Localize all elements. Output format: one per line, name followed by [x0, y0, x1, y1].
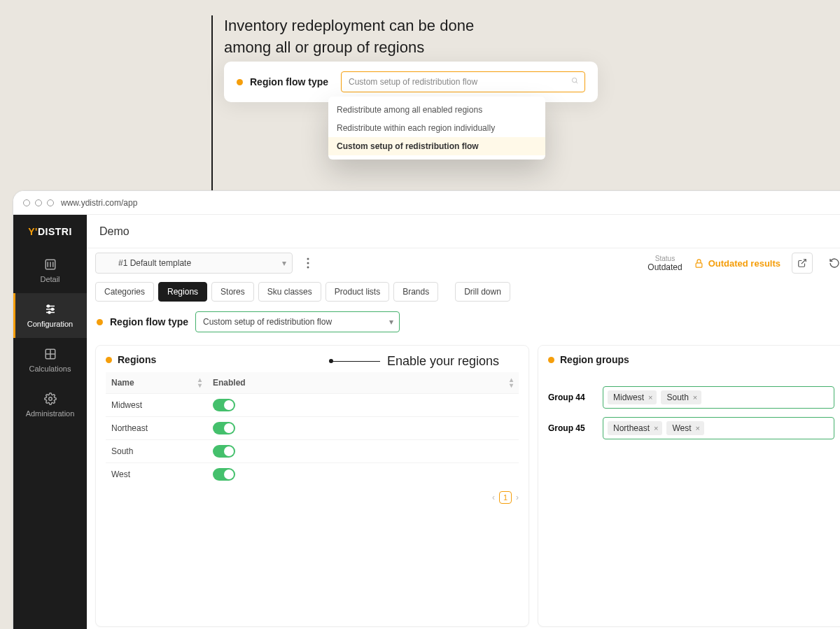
groups-title: Region groups — [560, 354, 629, 365]
sidebar-item-configuration[interactable]: Configuration — [13, 293, 87, 338]
svg-point-12 — [48, 397, 52, 401]
page-current[interactable]: 1 — [499, 491, 512, 504]
dropdown-option-selected[interactable]: Custom setup of redistribution flow — [328, 137, 545, 155]
browser-chrome: www.ydistri.com/app — [13, 191, 840, 215]
group-tag-input[interactable]: Midwest× South× — [603, 386, 834, 409]
tag-remove-icon[interactable]: × — [694, 424, 701, 432]
tag-remove-icon[interactable]: × — [647, 393, 654, 402]
page-prev[interactable]: ‹ — [492, 493, 495, 502]
enable-toggle[interactable] — [213, 445, 235, 458]
group-row: Group 45 Northeast× West× — [548, 417, 834, 439]
regions-table: Name▴▾ Enabled▴▾ Midwest Northeast — [106, 372, 519, 486]
col-enabled[interactable]: Enabled▴▾ — [207, 372, 519, 394]
callout-marker-icon — [331, 361, 380, 362]
tag-remove-icon[interactable]: × — [692, 393, 699, 402]
template-menu-button[interactable] — [300, 253, 316, 274]
brand-logo: Y'DISTRI — [13, 215, 87, 248]
col-name[interactable]: Name▴▾ — [106, 372, 207, 394]
window-controls[interactable] — [23, 199, 54, 206]
flow-select[interactable]: Custom setup of redistribution flow ▾ — [195, 311, 400, 332]
brand-rest: DISTRI — [38, 226, 72, 237]
tab-stores[interactable]: Stores — [211, 282, 254, 302]
status-dot-icon — [106, 357, 112, 363]
status-dot-icon — [548, 357, 554, 363]
group-row: Group 44 Midwest× South× — [548, 386, 834, 409]
status-dot-icon — [97, 319, 103, 325]
outdated-pill: Outdated results — [694, 258, 780, 269]
enable-regions-callout: Enable your regions — [331, 354, 499, 369]
svg-point-7 — [51, 309, 53, 311]
dropdown-option[interactable]: Redistribute within each region individu… — [328, 119, 545, 137]
table-row: Northeast — [106, 417, 519, 440]
svg-point-14 — [307, 262, 309, 264]
region-tag: Midwest× — [608, 390, 657, 404]
svg-line-17 — [802, 260, 806, 264]
status-block: Status Outdated — [648, 255, 682, 272]
region-flow-select[interactable]: Custom setup of redistribution flow — [341, 71, 585, 92]
flow-label: Region flow type — [110, 316, 188, 327]
svg-point-6 — [47, 305, 49, 307]
enable-toggle[interactable] — [213, 399, 235, 411]
detail-icon — [44, 258, 57, 271]
refresh-icon — [829, 257, 840, 269]
region-flow-dropdown: Redistribute among all enabled regions R… — [328, 97, 545, 160]
page-next[interactable]: › — [516, 493, 519, 502]
sliders-icon — [44, 303, 57, 316]
sort-icon: ▴▾ — [198, 377, 202, 388]
refresh-button[interactable] — [824, 253, 840, 274]
svg-point-13 — [307, 258, 309, 260]
sidebar-item-administration[interactable]: Administration — [13, 383, 87, 427]
enable-toggle[interactable] — [213, 468, 235, 481]
sidebar-label: Detail — [40, 275, 59, 283]
status-label: Status — [648, 255, 682, 262]
svg-point-0 — [572, 78, 576, 82]
gear-icon — [44, 393, 57, 405]
svg-point-15 — [307, 267, 309, 269]
region-groups-panel: Region groups Group 44 Midwest× South× G… — [538, 345, 840, 627]
region-name: West — [106, 463, 207, 486]
region-flow-placeholder: Custom setup of redistribution flow — [349, 77, 477, 87]
app-sidebar: Y'DISTRI Detail Configuration Calculatio… — [13, 215, 87, 629]
status-dot-icon — [237, 79, 243, 85]
region-name: South — [106, 440, 207, 463]
page-title: Demo — [87, 215, 840, 248]
regions-panel: Regions Enable your regions Name▴▾ Enabl… — [95, 345, 529, 627]
region-flow-label: Region flow type — [250, 76, 328, 87]
enable-callout-text: Enable your regions — [387, 354, 499, 369]
group-label: Group 45 — [548, 423, 593, 433]
grid-icon — [44, 348, 57, 360]
kebab-icon — [307, 257, 309, 269]
external-link-icon — [797, 258, 807, 268]
sidebar-label: Calculations — [29, 365, 71, 373]
tab-brands[interactable]: Brands — [393, 282, 438, 302]
browser-window: www.ydistri.com/app Y'DISTRI Detail Conf… — [13, 190, 840, 629]
callout-text-block: Inventory redeployment can be done among… — [224, 15, 474, 59]
tab-sku-classes[interactable]: Sku classes — [258, 282, 321, 302]
region-name: Midwest — [106, 394, 207, 417]
pagination: ‹ 1 › — [106, 491, 519, 504]
sort-icon: ▴▾ — [510, 377, 513, 388]
group-label: Group 44 — [548, 393, 593, 402]
tab-categories[interactable]: Categories — [95, 282, 154, 302]
svg-point-8 — [48, 311, 50, 313]
svg-rect-16 — [696, 262, 702, 267]
group-tag-input[interactable]: Northeast× West× — [603, 417, 834, 439]
template-label: #1 Default template — [118, 258, 191, 268]
dropdown-option[interactable]: Redistribute among all enabled regions — [328, 101, 545, 119]
sidebar-item-detail[interactable]: Detail — [13, 248, 87, 293]
enable-toggle[interactable] — [213, 422, 235, 434]
brand-prefix: Y' — [28, 226, 38, 237]
sidebar-item-calculations[interactable]: Calculations — [13, 338, 87, 383]
tag-remove-icon[interactable]: × — [652, 424, 659, 432]
tab-drill-down[interactable]: Drill down — [455, 282, 510, 302]
regions-title: Regions — [118, 354, 156, 365]
outdated-text: Outdated results — [708, 258, 780, 269]
template-select[interactable]: #1 Default template ▾ — [95, 253, 293, 274]
region-tag: Northeast× — [608, 421, 662, 435]
table-row: Midwest — [106, 394, 519, 417]
search-icon — [571, 77, 579, 87]
address-bar[interactable]: www.ydistri.com/app — [61, 198, 137, 208]
open-external-button[interactable] — [792, 253, 813, 274]
tab-product-lists[interactable]: Product lists — [326, 282, 389, 302]
tab-regions[interactable]: Regions — [158, 282, 207, 302]
